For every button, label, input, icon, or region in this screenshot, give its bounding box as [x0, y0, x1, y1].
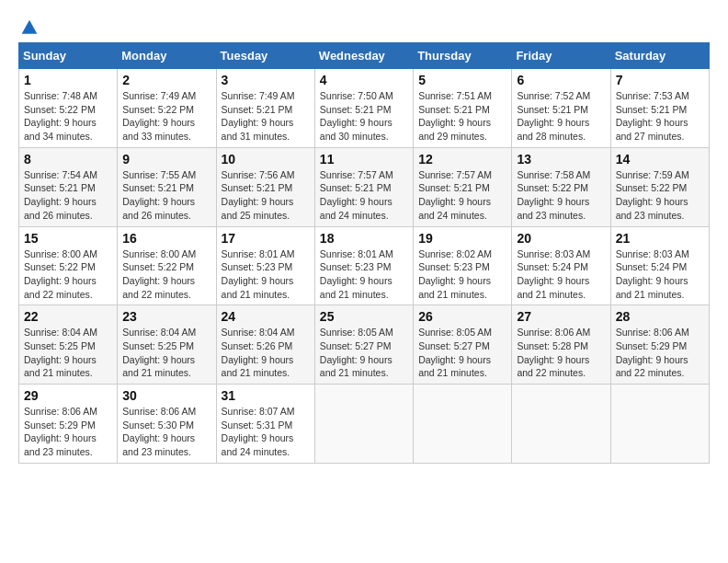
calendar-cell: 21 Sunrise: 8:03 AM Sunset: 5:24 PM Dayl… [610, 226, 709, 305]
calendar-cell: 17 Sunrise: 8:01 AM Sunset: 5:23 PM Dayl… [216, 226, 314, 305]
day-info: Sunrise: 8:05 AM Sunset: 5:27 PM Dayligh… [418, 326, 506, 380]
day-info: Sunrise: 8:06 AM Sunset: 5:29 PM Dayligh… [24, 405, 112, 459]
calendar-week-row: 22 Sunrise: 8:04 AM Sunset: 5:25 PM Dayl… [19, 305, 710, 385]
day-number: 2 [122, 73, 210, 87]
calendar-cell [610, 385, 709, 464]
day-info: Sunrise: 7:50 AM Sunset: 5:21 PM Dayligh… [320, 89, 408, 144]
day-number: 5 [418, 73, 506, 87]
day-info: Sunrise: 8:00 AM Sunset: 5:22 PM Dayligh… [24, 247, 112, 302]
day-info: Sunrise: 8:07 AM Sunset: 5:31 PM Dayligh… [222, 405, 310, 459]
calendar-cell: 27 Sunrise: 8:06 AM Sunset: 5:28 PM Dayl… [512, 305, 610, 385]
calendar-week-row: 29 Sunrise: 8:06 AM Sunset: 5:29 PM Dayl… [19, 385, 710, 464]
svg-marker-0 [22, 20, 38, 34]
calendar-cell: 1 Sunrise: 7:48 AM Sunset: 5:22 PM Dayli… [19, 69, 118, 148]
day-info: Sunrise: 7:56 AM Sunset: 5:21 PM Dayligh… [222, 168, 310, 223]
day-info: Sunrise: 8:04 AM Sunset: 5:25 PM Dayligh… [122, 326, 210, 380]
day-number: 27 [517, 309, 605, 324]
weekday-header-wednesday: Wednesday [314, 43, 413, 69]
calendar-cell: 30 Sunrise: 8:06 AM Sunset: 5:30 PM Dayl… [118, 385, 216, 464]
day-number: 25 [320, 309, 408, 324]
day-info: Sunrise: 8:03 AM Sunset: 5:24 PM Dayligh… [517, 247, 605, 302]
calendar-cell [414, 385, 512, 464]
day-number: 24 [222, 309, 310, 324]
logo-icon [20, 18, 39, 37]
calendar-table: SundayMondayTuesdayWednesdayThursdayFrid… [18, 42, 710, 464]
calendar-cell: 23 Sunrise: 8:04 AM Sunset: 5:25 PM Dayl… [118, 305, 216, 385]
day-number: 4 [320, 73, 408, 87]
day-info: Sunrise: 7:54 AM Sunset: 5:21 PM Dayligh… [24, 168, 112, 223]
calendar-cell: 7 Sunrise: 7:53 AM Sunset: 5:21 PM Dayli… [610, 69, 709, 148]
day-number: 20 [517, 231, 605, 246]
calendar-cell: 2 Sunrise: 7:49 AM Sunset: 5:22 PM Dayli… [118, 69, 216, 148]
day-info: Sunrise: 7:49 AM Sunset: 5:21 PM Dayligh… [222, 89, 310, 144]
calendar-cell: 16 Sunrise: 8:00 AM Sunset: 5:22 PM Dayl… [118, 226, 216, 305]
day-number: 26 [418, 309, 506, 324]
calendar-cell: 22 Sunrise: 8:04 AM Sunset: 5:25 PM Dayl… [19, 305, 118, 385]
day-info: Sunrise: 8:03 AM Sunset: 5:24 PM Dayligh… [616, 247, 704, 302]
calendar-cell: 31 Sunrise: 8:07 AM Sunset: 5:31 PM Dayl… [216, 385, 314, 464]
day-number: 30 [122, 388, 210, 403]
weekday-header-monday: Monday [118, 43, 216, 69]
calendar-cell: 15 Sunrise: 8:00 AM Sunset: 5:22 PM Dayl… [19, 226, 118, 305]
calendar-cell: 11 Sunrise: 7:57 AM Sunset: 5:21 PM Dayl… [314, 147, 413, 226]
day-info: Sunrise: 7:51 AM Sunset: 5:21 PM Dayligh… [418, 89, 506, 144]
calendar-cell: 5 Sunrise: 7:51 AM Sunset: 5:21 PM Dayli… [414, 69, 512, 148]
calendar-cell [314, 385, 413, 464]
weekday-header-thursday: Thursday [414, 43, 512, 69]
calendar-cell: 6 Sunrise: 7:52 AM Sunset: 5:21 PM Dayli… [512, 69, 610, 148]
day-info: Sunrise: 8:04 AM Sunset: 5:26 PM Dayligh… [222, 326, 310, 380]
calendar-week-row: 8 Sunrise: 7:54 AM Sunset: 5:21 PM Dayli… [19, 147, 710, 226]
day-number: 22 [24, 309, 112, 324]
day-info: Sunrise: 8:04 AM Sunset: 5:25 PM Dayligh… [24, 326, 112, 380]
day-number: 31 [222, 388, 310, 403]
calendar-week-row: 1 Sunrise: 7:48 AM Sunset: 5:22 PM Dayli… [19, 69, 710, 148]
day-info: Sunrise: 7:52 AM Sunset: 5:21 PM Dayligh… [517, 89, 605, 144]
calendar-cell: 13 Sunrise: 7:58 AM Sunset: 5:22 PM Dayl… [512, 147, 610, 226]
day-info: Sunrise: 8:02 AM Sunset: 5:23 PM Dayligh… [418, 247, 506, 302]
day-number: 15 [24, 231, 112, 246]
day-info: Sunrise: 7:59 AM Sunset: 5:22 PM Dayligh… [616, 168, 704, 223]
day-number: 16 [122, 231, 210, 246]
day-number: 9 [122, 152, 210, 167]
calendar-cell: 9 Sunrise: 7:55 AM Sunset: 5:21 PM Dayli… [118, 147, 216, 226]
day-number: 13 [517, 152, 605, 167]
day-info: Sunrise: 8:06 AM Sunset: 5:30 PM Dayligh… [122, 405, 210, 459]
day-number: 19 [418, 231, 506, 246]
calendar-cell: 20 Sunrise: 8:03 AM Sunset: 5:24 PM Dayl… [512, 226, 610, 305]
day-info: Sunrise: 7:55 AM Sunset: 5:21 PM Dayligh… [122, 168, 210, 223]
day-number: 14 [616, 152, 704, 167]
day-info: Sunrise: 7:49 AM Sunset: 5:22 PM Dayligh… [122, 89, 210, 144]
day-number: 10 [222, 152, 310, 167]
calendar-cell: 18 Sunrise: 8:01 AM Sunset: 5:23 PM Dayl… [314, 226, 413, 305]
calendar-cell: 26 Sunrise: 8:05 AM Sunset: 5:27 PM Dayl… [414, 305, 512, 385]
weekday-header-tuesday: Tuesday [216, 43, 314, 69]
page-header [18, 18, 710, 33]
day-number: 17 [222, 231, 310, 246]
day-number: 7 [616, 73, 704, 87]
day-info: Sunrise: 7:48 AM Sunset: 5:22 PM Dayligh… [24, 89, 112, 144]
weekday-header-sunday: Sunday [19, 43, 118, 69]
day-info: Sunrise: 7:58 AM Sunset: 5:22 PM Dayligh… [517, 168, 605, 223]
calendar-cell: 3 Sunrise: 7:49 AM Sunset: 5:21 PM Dayli… [216, 69, 314, 148]
day-info: Sunrise: 8:00 AM Sunset: 5:22 PM Dayligh… [122, 247, 210, 302]
weekday-header-friday: Friday [512, 43, 610, 69]
day-number: 1 [24, 73, 112, 87]
calendar-cell: 8 Sunrise: 7:54 AM Sunset: 5:21 PM Dayli… [19, 147, 118, 226]
day-info: Sunrise: 8:01 AM Sunset: 5:23 PM Dayligh… [222, 247, 310, 302]
day-info: Sunrise: 8:01 AM Sunset: 5:23 PM Dayligh… [320, 247, 408, 302]
day-info: Sunrise: 7:57 AM Sunset: 5:21 PM Dayligh… [418, 168, 506, 223]
day-number: 12 [418, 152, 506, 167]
calendar-cell: 28 Sunrise: 8:06 AM Sunset: 5:29 PM Dayl… [610, 305, 709, 385]
weekday-header-saturday: Saturday [610, 43, 709, 69]
calendar-cell: 4 Sunrise: 7:50 AM Sunset: 5:21 PM Dayli… [314, 69, 413, 148]
day-number: 8 [24, 152, 112, 167]
day-number: 28 [616, 309, 704, 324]
calendar-cell: 29 Sunrise: 8:06 AM Sunset: 5:29 PM Dayl… [19, 385, 118, 464]
calendar-cell [512, 385, 610, 464]
day-number: 23 [122, 309, 210, 324]
day-number: 21 [616, 231, 704, 246]
day-info: Sunrise: 7:53 AM Sunset: 5:21 PM Dayligh… [616, 89, 704, 144]
weekday-header-row: SundayMondayTuesdayWednesdayThursdayFrid… [19, 43, 710, 69]
calendar-cell: 24 Sunrise: 8:04 AM Sunset: 5:26 PM Dayl… [216, 305, 314, 385]
calendar-week-row: 15 Sunrise: 8:00 AM Sunset: 5:22 PM Dayl… [19, 226, 710, 305]
